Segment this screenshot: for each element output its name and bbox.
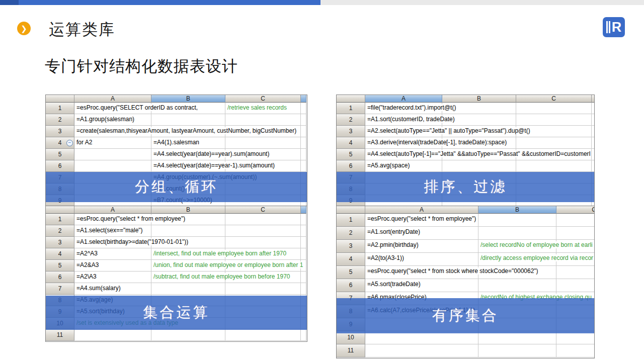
sheet-cell [556,279,595,292]
sheet-cell: /select recordNo of employee born at ear… [478,240,556,253]
cell-formula-text: =file("traderecord.txt").import@t() [367,104,456,111]
sheet-row: 3=create(salesman,thisyearAmount, lastye… [46,126,307,137]
sheet-cell [225,114,301,126]
sheet-row: 6=A5.sort(tradeDate) [337,279,594,292]
row-header: 11 [337,344,365,357]
column-header: C [516,95,592,103]
row-header: 3 [46,237,74,248]
sheet-row: 1=esProc.query("select * from employee") [46,214,307,225]
banner-group-loop: 分组、循环 [46,172,307,202]
sheet-row: 6=A2\A3/subtract, find out male employee… [46,272,307,283]
column-header-row: ABC [337,95,594,103]
cell-formula-text: =A1.select(birthday>=date("1970-01-01")) [76,238,188,245]
cell-formula-text: =esProc.query("select * from employee") [76,215,185,222]
sheet-row: 3=A2.pmin(birthday)/select recordNo of e… [337,240,594,253]
row-header: 1 [337,103,365,114]
cell-formula-text: =A4(1).salesman [153,139,199,146]
column-header-partial [592,95,595,103]
sheet-row: 2=A1.sort(customerID, tradeDate) [337,114,594,126]
sheet-cell [478,214,556,227]
sheet-cell: =esProc.query("SELECT orderID as contrac… [74,103,151,114]
row-header: 4 [337,253,365,266]
row-header: 1 [337,214,365,227]
sheet-cell-partial [301,103,306,114]
sheet-cell [225,137,301,149]
sheet-cell [556,214,595,227]
sheet-cell-partial [301,214,306,225]
cell-comment-text: /retrieve sales records [227,104,287,111]
sheet-row: 6=A4.select(year(date)==year-1).sum(amou… [46,160,307,172]
sheet-cell: =A4.select(autoType[-1]=="Jetta" &&atuoT… [365,149,442,160]
row-header: 4 [337,137,365,149]
sheet-cell-partial [592,137,595,149]
column-header: A [365,95,442,103]
spreadsheet-set-operations: ABC1=esProc.query("select * from employe… [45,206,307,342]
sheet-cell-partial [301,114,306,126]
cell-formula-text: =esProc.query("select * from stock where… [367,267,538,275]
row-header: 2 [337,227,365,240]
cell-formula-text: =A1.group(salesman) [76,116,134,123]
sheet-cell: =A1.sort(entryDate) [365,227,478,240]
corner-cell [46,95,74,103]
sheet-cell: =esProc.query("select * from employee") [74,214,151,225]
cell-comment-text: /intersect, find out male employee born … [153,250,286,257]
column-header: A [74,206,151,214]
sheet-cell-partial [301,225,306,237]
cell-formula-text: =A2(to(A3-1)) [367,254,404,261]
column-header-row: ABC [46,95,307,103]
sheet-cell: /subtract, find out male employee born b… [151,272,225,283]
sheet-row: 3=A2.select(autoType=="Jetta" || autoTyp… [337,126,594,137]
sheet-cell: /retrieve sales records [225,103,301,114]
cell-formula-text: =create(salesman,thisyearAmount, lastyea… [76,127,296,134]
sheet-cell: =A1.select(sex=="male") [74,225,151,237]
row-header: 6 [46,272,74,283]
sheet-cell: for A2 [74,137,151,149]
sheet-cell-partial [301,126,306,137]
cell-formula-text: for A2 [76,139,92,146]
sheet-row: 1=file("traderecord.txt").import@t() [337,103,594,114]
sheet-row: 6=A5.avg(space) [337,160,594,172]
spreadsheet-sort-filter: ABC1=file("traderecord.txt").import@t()2… [336,95,595,208]
cell-comment-text: /directly access employee record via rec… [480,254,593,261]
cell-formula-text: =A2.pmin(birthday) [367,241,419,248]
sheet-cell: =A4.select(year(date)==year-1).sum(amoun… [151,160,225,172]
sheet-row: 1=esProc.query("SELECT orderID as contra… [46,103,307,114]
cell-formula-text: =esProc.query("select * from employee") [367,215,476,222]
cell-formula-text: =A3.derive(interval(tradeDate[-1], trade… [367,139,507,146]
sheet-cell: =A2^A3 [74,248,151,260]
cell-formula-text: =esProc.query("SELECT orderID as contrac… [76,104,198,111]
sheet-cell: =A2\A3 [74,272,151,283]
sheet-cell: =A5.avg(space) [365,160,442,172]
cell-formula-text: =A5.sort(tradeDate) [367,281,421,288]
sheet-row: 4=A2(to(A3-1))/directly access employee … [337,253,594,266]
row-header: 6 [337,160,365,172]
sheet-cell: =file("traderecord.txt").import@t() [365,103,442,114]
cell-formula-text: =A2^A3 [76,250,98,257]
cell-comment-text: /select recordNo of employee born at ear… [480,241,593,248]
cell-formula-text: =A2\A3 [76,273,97,280]
sheet-row: 5=A2&A3/union, find out male employee or… [46,260,307,272]
cell-comment-text: /union, find out male employee or employ… [153,261,303,268]
sheet-cell [556,266,595,279]
column-header: B [151,206,225,214]
collapse-minus-icon: − [66,140,73,146]
cell-formula-text: =A4.sum(salary) [76,285,121,292]
sheet-cell [225,283,301,295]
row-header: 2 [46,114,74,126]
sheet-row: 11 [337,344,594,357]
sheet-cell [74,149,151,160]
sheet-cell: =create(salesman,thisyearAmount, lastyea… [74,126,151,137]
sheet-cell-partial [592,103,595,114]
sheet-row: 7=A4.sum(salary) [46,283,307,295]
top-bar-dark-segment [0,0,19,5]
sheet-cell-partial [592,126,595,137]
sheet-cell: =A4.select(year(date)==year).sum(amount) [151,149,225,160]
column-header: A [74,95,151,103]
banner-sort-filter: 排序、过滤 [337,172,594,202]
sheet-cell [74,329,151,341]
top-bar-gray-segment [320,0,644,5]
sheet-cell [365,344,478,357]
sheet-cell [151,114,225,126]
sheet-cell [516,160,592,172]
sheet-cell [225,237,301,248]
